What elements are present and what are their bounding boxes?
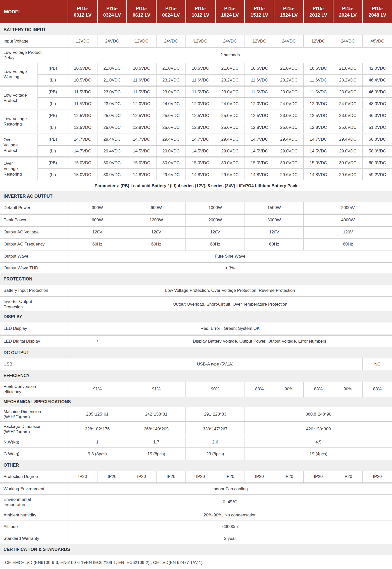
model-prefix: PI15- <box>186 5 215 12</box>
spec-value: 4.5 <box>245 436 392 448</box>
spec-row: Protection DegreeIP20IP20IP20IP20IP20IP2… <box>0 471 392 483</box>
section-header: DISPLAY <box>0 311 392 322</box>
spec-value: 30.0VDC <box>274 157 304 169</box>
battery-type-label: (LI) <box>38 145 68 157</box>
spec-value: 1.7 <box>127 436 186 448</box>
spec-value: 58.8VDC <box>363 133 392 145</box>
spec-value: 30.0VDC <box>215 157 244 169</box>
spec-value: 12.0VDC <box>186 98 215 110</box>
spec-value: 10.5VDC <box>68 74 97 86</box>
spec-row: (LI)10.5VDC21.0VDC11.6VDC23.2VDC11.6VDC2… <box>0 74 392 86</box>
spec-value: 24VDC <box>215 35 244 48</box>
model-header-cell: PI15-0324 LV <box>97 0 127 24</box>
spec-value: 12VDC <box>245 35 274 48</box>
spec-value: 25.0VDC <box>97 110 127 121</box>
spec-value: 300W <box>68 202 127 214</box>
spec-value: 15.0VDC <box>304 157 333 169</box>
spec-value: 24.0VDC <box>333 98 362 110</box>
spec-value: 12.5VDC <box>245 110 274 121</box>
spec-value: NC <box>363 358 392 370</box>
row-label: Low Voltage Restoring <box>0 110 38 133</box>
spec-value: 21.0VDC <box>274 62 304 74</box>
battery-type-label: (PB) <box>38 157 68 169</box>
model-number: 1524 LV <box>274 12 303 18</box>
model-prefix: PI15- <box>304 5 333 12</box>
spec-value: 14.7VDC <box>127 133 156 145</box>
spec-value: 2 seconds <box>68 48 392 62</box>
spec-value: 9.3 (8pcs) <box>68 448 127 460</box>
model-number: 2048 LV <box>363 12 392 18</box>
spec-value: 11.5VDC <box>245 86 274 98</box>
model-number: 0312 LV <box>68 12 97 18</box>
spec-value: 12.8VDC <box>186 121 215 133</box>
spec-value: IP20 <box>186 471 215 483</box>
spec-row: Inverter Output ProtectionOutput Overloa… <box>0 297 392 311</box>
row-label: Ambient humidity <box>0 509 68 521</box>
spec-value: 24VDC <box>333 35 362 48</box>
spec-row: Output Wave THD< 3% <box>0 262 392 273</box>
spec-value: 291*220*83 <box>186 407 245 422</box>
spec-value: 29.6VDC <box>333 169 362 181</box>
model-header-row: MODELPI15-0312 LVPI15-0324 LVPI15-0612 L… <box>0 0 392 24</box>
spec-value: 21.0VDC <box>333 62 362 74</box>
model-number: 0324 LV <box>98 12 126 18</box>
row-label: Standard Warranty <box>0 533 68 544</box>
battery-type-label: (LI) <box>38 98 68 110</box>
row-label: Low Voltage Protect <box>0 86 38 110</box>
spec-value: Indoor Fan cooling <box>68 483 392 495</box>
section-row: EFFICIENCY <box>0 370 392 382</box>
spec-value: 59.2VDC <box>363 169 392 181</box>
row-label: LED Digital Display <box>0 335 68 347</box>
spec-value: 29.6VDC <box>215 169 244 181</box>
model-header-cell: PI15-0624 LV <box>156 0 186 24</box>
model-prefix: PI15- <box>274 5 303 12</box>
spec-value: 10.5VDC <box>186 62 215 74</box>
spec-value: 14.8VDC <box>127 169 156 181</box>
spec-value: 24VDC <box>274 35 304 48</box>
spec-value: 1200W <box>127 214 186 226</box>
spec-value: 15.0VDC <box>245 157 274 169</box>
spec-value: 11.6VDC <box>127 74 156 86</box>
model-prefix: PI15- <box>333 5 362 12</box>
spec-value: 1500W <box>245 202 304 214</box>
spec-value: IP20 <box>333 471 362 483</box>
spec-row: (LI)15.0VDC30.0VDC14.8VDC29.6VDC14.8VDC2… <box>0 169 392 181</box>
spec-value: 25.0VDC <box>97 121 127 133</box>
spec-value: 10.5VDC <box>127 62 156 74</box>
spec-value: 11.5VDC <box>304 86 333 98</box>
spec-value: 242*158*81 <box>127 407 186 422</box>
spec-row: (LI)11.5VDC23.0VDC12.0VDC24.0VDC12.0VDC2… <box>0 98 392 110</box>
spec-value: 23.2VDC <box>333 74 362 86</box>
spec-row: Over Voltage Restoring(PB)15.0VDC30.0VDC… <box>0 157 392 169</box>
note-row: Parameters: (PB) Lead-acid Battery / (LI… <box>0 181 392 191</box>
row-label: N.W(kg) <box>0 436 68 448</box>
spec-value: 2.6 <box>186 436 245 448</box>
spec-value: 23.2VDC <box>156 74 186 86</box>
spec-value: IP20 <box>363 471 392 483</box>
spec-row: Low Voltage Restoring(PB)12.5VDC25.0VDC1… <box>0 110 392 121</box>
model-header-cell: PI15-1024 LV <box>215 0 244 24</box>
spec-row: Package Dimension (W*H*D)(mm)228*102*176… <box>0 422 392 436</box>
spec-row: Low Voltage Protect Delay2 seconds <box>0 48 392 62</box>
spec-value: 46.4VDC <box>363 74 392 86</box>
battery-type-label: (LI) <box>38 121 68 133</box>
section-row: PROTECTION <box>0 273 392 285</box>
spec-value: 46.0VDC <box>363 86 392 98</box>
spec-value: 1 <box>68 436 127 448</box>
model-prefix: PI15- <box>216 5 244 12</box>
spec-value: 60.0VDC <box>363 157 392 169</box>
spec-value: IP20 <box>245 471 274 483</box>
spec-value: 11.5VDC <box>127 86 156 98</box>
spec-value: 60Hz <box>304 238 392 250</box>
spec-value: 14.8VDC <box>304 169 333 181</box>
spec-value: IP20 <box>97 471 127 483</box>
section-row: CERTIFICATION & STANDARDS <box>0 544 392 555</box>
spec-value: 2000W <box>304 202 392 214</box>
spec-value: 600W <box>127 202 186 214</box>
spec-row: Over Voltage Protect(PB)14.7VDC29.4VDC14… <box>0 133 392 145</box>
spec-value: 14.7VDC <box>68 133 97 145</box>
spec-value: 29.6VDC <box>274 169 304 181</box>
spec-value: 88% <box>245 382 274 397</box>
spec-value: IP20 <box>304 471 333 483</box>
row-label: Machine Dimension (W*H*D)(mm) <box>0 407 68 422</box>
